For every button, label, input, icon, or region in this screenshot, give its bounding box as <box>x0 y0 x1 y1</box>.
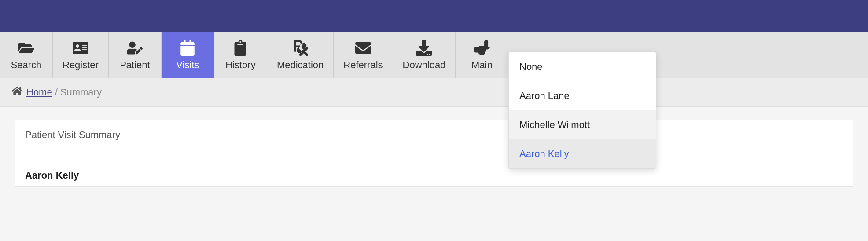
toolbar-register[interactable]: Register <box>53 32 109 78</box>
folder-open-icon <box>18 39 35 57</box>
toolbar-search[interactable]: Search <box>0 32 53 78</box>
hand-point-icon <box>473 39 491 57</box>
patient-name: Aaron Kelly <box>15 152 853 186</box>
download-icon <box>415 39 433 57</box>
toolbar-label: Search <box>11 59 42 71</box>
breadcrumb-separator: / <box>55 87 58 98</box>
main-toolbar: Search Register Patient Visits History M… <box>0 32 868 78</box>
dropdown-item-michelle-wilmott[interactable]: Michelle Wilmott <box>509 110 656 139</box>
breadcrumb-home-link[interactable]: Home <box>26 87 52 98</box>
user-edit-icon <box>126 39 143 57</box>
breadcrumb: Home / Summary <box>0 78 868 107</box>
breadcrumb-current: Summary <box>60 87 102 98</box>
toolbar-medication[interactable]: Medication <box>267 32 334 78</box>
toolbar-label: Patient <box>120 59 150 71</box>
toolbar-label: Referrals <box>343 59 383 71</box>
toolbar-main[interactable]: Main <box>456 32 508 78</box>
dropdown-item-aaron-kelly[interactable]: Aaron Kelly <box>509 139 656 168</box>
dropdown-item-none[interactable]: None <box>509 52 656 81</box>
top-banner <box>0 0 868 32</box>
id-card-icon <box>72 39 89 57</box>
clipboard-icon <box>232 39 249 57</box>
toolbar-patient[interactable]: Patient <box>109 32 162 78</box>
toolbar-label: Visits <box>176 59 199 71</box>
toolbar-label: History <box>225 59 255 71</box>
patient-visit-summary-card: Patient Visit Summary Aaron Kelly <box>15 120 853 187</box>
toolbar-referrals[interactable]: Referrals <box>334 32 393 78</box>
rx-icon <box>291 39 309 57</box>
dropdown-item-aaron-lane[interactable]: Aaron Lane <box>509 81 656 110</box>
content-area: Patient Visit Summary Aaron Kelly <box>0 107 868 200</box>
calendar-icon <box>179 39 196 57</box>
toolbar-label: Main <box>471 59 493 71</box>
toolbar-visits[interactable]: Visits <box>162 32 214 78</box>
toolbar-history[interactable]: History <box>214 32 267 78</box>
toolbar-label: Download <box>403 59 446 71</box>
card-title: Patient Visit Summary <box>15 120 853 152</box>
home-icon <box>11 85 26 99</box>
toolbar-label: Medication <box>277 59 324 71</box>
envelope-icon <box>354 39 372 57</box>
patient-select-dropdown: None Aaron Lane Michelle Wilmott Aaron K… <box>508 52 656 169</box>
toolbar-download[interactable]: Download <box>393 32 456 78</box>
toolbar-label: Register <box>63 59 99 71</box>
